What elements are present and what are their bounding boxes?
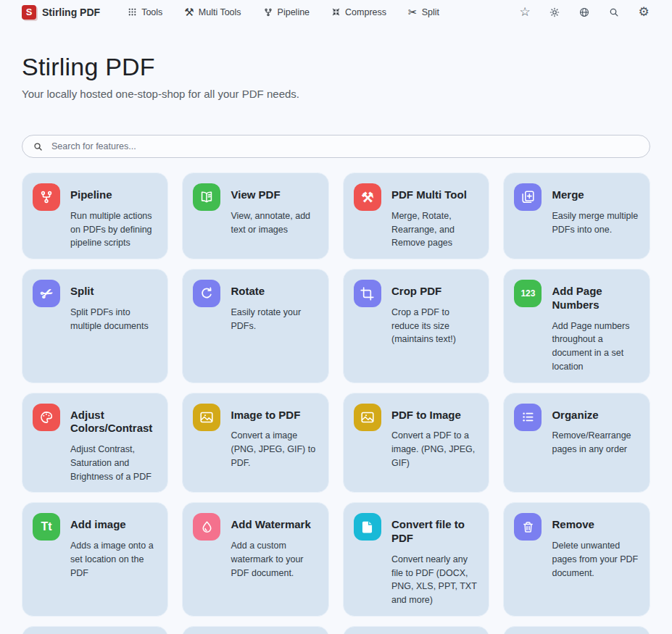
card-title: Convert file to PDF [391,512,478,546]
rotate-icon [193,280,220,307]
card-add-watermark[interactable]: Add Watermark Add a custom watermark to … [182,502,328,617]
compress-icon [331,7,341,17]
pipeline-icon [263,7,273,17]
brand-name: Stirling PDF [42,7,100,18]
search-icon[interactable] [607,6,621,19]
card-image-to-pdf[interactable]: Image to PDF Convert a image (PNG, JPEG,… [182,393,328,493]
card-crop-pdf[interactable]: Crop PDF Crop a PDF to reduce its size (… [343,269,489,383]
card-convert-file-to-pdf[interactable]: Convert file to PDF Convert nearly any f… [343,502,489,617]
card-title: Pipeline [70,183,157,202]
card-title: Add Page Numbers [552,279,639,312]
card-desc: Split PDFs into multiple documents [70,306,157,333]
hammer-wrench-icon: ⚒ [354,183,381,211]
file-icon [354,513,381,541]
card-compress[interactable]: Compress Compress PDFs to reduce their f… [343,626,489,634]
card-add-page-numbers[interactable]: 123 Add Page Numbers Add Page numbers th… [503,269,650,383]
card-split[interactable]: ✂ Split Split PDFs into multiple documen… [22,269,168,383]
scissors-icon: ✂ [408,7,418,17]
hero: Stirling PDF Your locally hosted one-sto… [0,24,672,100]
nav-item-pipeline[interactable]: Pipeline [263,7,310,17]
nav-menu: Tools ⚒ Multi Tools Pipeline Compress ✂ … [128,7,439,17]
search-input[interactable] [51,141,639,151]
card-title: PDF to Image [391,403,478,422]
card-title: Adjust Colors/Contrast [70,403,157,436]
card-rotate[interactable]: Rotate Easily rotate your PDFs. [182,269,328,383]
nav-item-label: Split [422,7,439,17]
nav-item-label: Pipeline [278,7,310,17]
crop-icon [354,280,381,307]
card-desc: Remove/Rearrange pages in any order [552,429,639,456]
merge-pages-icon [514,183,542,211]
text-Tt-icon: Tt [33,513,60,541]
feature-grid: Pipeline Run multiple actions on PDFs by… [22,172,650,634]
search-bar[interactable] [22,135,650,158]
card-desc: Delete unwanted pages from your PDF docu… [552,539,639,580]
card-desc: Adjust Contrast, Saturation and Brightne… [70,443,157,483]
pipeline-icon [33,183,60,211]
card-desc: Run multiple actions on PDFs by defining… [70,209,157,250]
card-desc: Convert nearly any file to PDF (DOCX, PN… [391,553,478,607]
card-pipeline[interactable]: Pipeline Run multiple actions on PDFs by… [22,172,168,259]
card-title: Add Watermark [231,512,317,532]
card-title: Crop PDF [391,279,478,299]
image-icon [193,404,220,431]
card-desc: Merge, Rotate, Rearrange, and Remove pag… [391,209,478,250]
nav-item-label: Multi Tools [199,7,241,17]
card-title: PDF Multi Tool [391,183,478,202]
card-add-password[interactable]: Add Password Encrypt your PDF document w… [22,626,168,634]
grid-icon [128,7,137,17]
settings-icon[interactable]: ⚙ [637,6,650,19]
nav-item-tools[interactable]: Tools [128,7,162,17]
card-desc: Adds a image onto a set location on the … [70,539,157,580]
card-desc: View, annotate, add text or images [231,209,317,237]
star-icon[interactable]: ☆ [518,6,531,19]
nav-item-compress[interactable]: Compress [331,7,386,17]
card-desc: Convert a PDF to a image. (PNG, JPEG, GI… [391,429,478,470]
card-desc: Add a custom watermark to your PDF docum… [231,539,317,580]
nav-item-split[interactable]: ✂ Split [408,7,439,17]
page-title: Stirling PDF [22,53,650,81]
search-wrap [0,100,672,158]
card-title: Merge [552,183,639,202]
card-pdf-to-image[interactable]: PDF to Image Convert a PDF to a image. (… [343,393,489,493]
card-desc: Convert a image (PNG, JPEG, GIF) to PDF. [231,429,317,470]
card-title: Remove [552,512,639,532]
123-icon: 123 [514,280,542,307]
page-subtitle: Your locally hosted one-stop-shop for al… [22,88,650,100]
card-remove-password[interactable]: Remove Password Remove password protecti… [182,626,328,634]
droplet-icon [193,513,220,541]
palette-icon [33,404,60,431]
card-desc: Add Page numbers throughout a document i… [552,320,639,374]
card-desc: Crop a PDF to reduce its size (maintains… [391,306,478,346]
brightness-icon[interactable] [548,6,561,19]
search-icon [33,141,43,152]
hammer-wrench-icon: ⚒ [184,7,194,17]
image-icon [354,404,381,431]
open-book-icon [193,183,220,211]
card-remove[interactable]: Remove Delete unwanted pages from your P… [503,502,650,617]
bullet-list-icon [514,404,542,431]
card-view-pdf[interactable]: View PDF View, annotate, add text or ima… [182,172,328,259]
card-pdf-multi-tool[interactable]: ⚒ PDF Multi Tool Merge, Rotate, Rearrang… [343,172,489,259]
card-desc: Easily merge multiple PDFs into one. [552,209,639,237]
card-adjust-colors[interactable]: Adjust Colors/Contrast Adjust Contrast, … [22,393,168,493]
card-desc: Easily rotate your PDFs. [231,306,317,333]
nav-item-label: Compress [345,7,386,17]
card-title: Add image [70,512,157,532]
card-title: View PDF [231,183,317,202]
nav-actions: ☆ ⚙ [518,6,650,19]
nav-item-label: Tools [141,7,162,17]
card-title: Rotate [231,279,317,299]
top-navbar: S Stirling PDF Tools ⚒ Multi Tools Pipel… [0,0,672,24]
card-title: Split [70,279,157,299]
trash-icon [514,513,542,541]
card-organize[interactable]: Organize Remove/Rearrange pages in any o… [503,393,650,493]
card-title: Image to PDF [231,403,317,422]
nav-item-multi-tools[interactable]: ⚒ Multi Tools [184,7,241,17]
globe-icon[interactable] [578,6,591,19]
card-change-metadata[interactable]: Change Metadata Change/Remove/Add metada… [503,626,650,634]
card-merge[interactable]: Merge Easily merge multiple PDFs into on… [503,172,650,259]
brand[interactable]: S Stirling PDF [22,5,100,20]
stirling-logo-icon: S [22,5,36,20]
card-add-image[interactable]: Tt Add image Adds a image onto a set loc… [22,502,168,617]
